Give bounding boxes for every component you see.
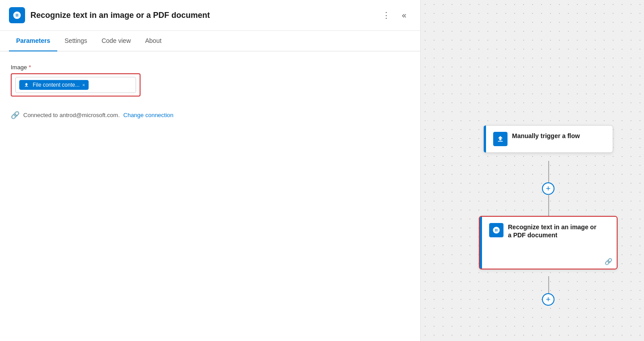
recognize-node[interactable]: Recognize text in an image or a PDF docu…	[479, 216, 618, 269]
required-indicator: *	[29, 64, 31, 71]
panel-title: Recognize text in an image or a PDF docu…	[30, 11, 374, 20]
tab-codeview[interactable]: Code view	[94, 31, 138, 51]
collapse-button[interactable]: «	[397, 8, 411, 22]
tab-parameters[interactable]: Parameters	[9, 31, 57, 51]
trigger-node-text: Manually trigger a flow	[512, 132, 580, 140]
token-icon	[23, 81, 30, 88]
flow-canvas: Manually trigger a flow + Recognize text…	[421, 0, 644, 341]
image-input[interactable]: File content conte... ×	[15, 77, 136, 93]
right-panel: Manually trigger a flow + Recognize text…	[421, 0, 644, 341]
trigger-icon-svg	[496, 135, 504, 143]
trigger-node-icon	[493, 132, 508, 146]
left-panel: Recognize text in an image or a PDF docu…	[0, 0, 421, 341]
connector-2	[548, 194, 549, 217]
trigger-node-content: Manually trigger a flow	[486, 126, 587, 152]
node-link-icon: 🔗	[605, 258, 612, 265]
token-label: File content conte...	[33, 82, 80, 88]
connector-1	[548, 161, 549, 183]
panel-header: Recognize text in an image or a PDF docu…	[0, 0, 420, 31]
add-step-button-1[interactable]: +	[542, 182, 554, 195]
change-connection-link[interactable]: Change connection	[124, 112, 174, 118]
connection-text: Connected to antrod@microsoft.com.	[23, 112, 120, 118]
recognize-node-content: Recognize text in an image or a PDF docu…	[482, 217, 605, 269]
token-close-button[interactable]: ×	[82, 83, 85, 88]
ai-builder-icon	[13, 11, 21, 20]
token-file-icon	[24, 82, 29, 88]
recognize-node-icon	[489, 223, 503, 237]
add-step-button-2[interactable]: +	[542, 293, 554, 306]
file-content-token[interactable]: File content conte... ×	[19, 80, 89, 90]
more-icon: ⋮	[382, 10, 390, 20]
connection-icon: 🔗	[11, 111, 20, 119]
connector-3	[548, 276, 549, 294]
recognize-icon-svg	[492, 226, 500, 234]
header-actions: ⋮ «	[379, 8, 411, 22]
recognize-node-text: Recognize text in an image or a PDF docu…	[508, 223, 597, 239]
panel-body: Image * File content conte... ×	[0, 51, 420, 341]
collapse-icon: «	[402, 11, 406, 20]
image-field-box: File content conte... ×	[11, 73, 141, 97]
panel-header-icon	[9, 7, 25, 23]
image-field-label: Image *	[11, 64, 409, 71]
tab-bar: Parameters Settings Code view About	[0, 31, 420, 51]
image-field-group: Image * File content conte... ×	[11, 64, 409, 97]
more-options-button[interactable]: ⋮	[379, 8, 393, 22]
trigger-node[interactable]: Manually trigger a flow	[483, 125, 613, 153]
connection-row: 🔗 Connected to antrod@microsoft.com. Cha…	[11, 111, 409, 119]
tab-settings[interactable]: Settings	[57, 31, 94, 51]
tab-about[interactable]: About	[138, 31, 169, 51]
